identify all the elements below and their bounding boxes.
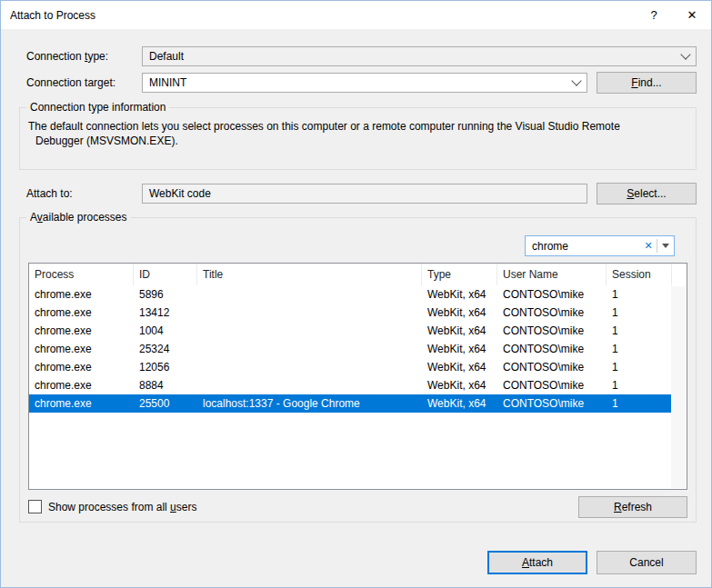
show-all-users-row: Show processes from all users	[28, 500, 196, 513]
cell-type: WebKit, x64	[422, 394, 497, 413]
available-processes-group-title: Available processes	[26, 211, 131, 224]
cell-type: WebKit, x64	[422, 340, 497, 358]
cell-process: chrome.exe	[29, 285, 134, 304]
cancel-button[interactable]: Cancel	[597, 551, 697, 574]
cell-title	[197, 358, 422, 376]
cell-title: localhost:1337 - Google Chrome	[197, 394, 422, 413]
clear-filter-icon[interactable]: ✕	[640, 240, 657, 252]
process-row-selected[interactable]: chrome.exe 25500 localhost:1337 - Google…	[29, 394, 672, 413]
attach-to-value: WebKit code	[149, 187, 211, 200]
cell-type: WebKit, x64	[422, 358, 497, 376]
cell-process: chrome.exe	[29, 394, 134, 413]
attach-to-label: Attach to:	[26, 184, 73, 204]
cell-process: chrome.exe	[29, 340, 134, 358]
cell-user-name: CONTOSO\mike	[497, 340, 607, 358]
connection-target-combobox[interactable]: MININT	[142, 73, 587, 93]
attach-to-field[interactable]: WebKit code	[142, 184, 587, 204]
cell-session: 1	[607, 285, 672, 304]
process-filter-input[interactable]	[526, 240, 640, 253]
connection-target-label: Connection target:	[26, 73, 115, 93]
cell-id: 25500	[134, 394, 197, 413]
cell-id: 12056	[134, 358, 197, 376]
process-list: Process ID Title Type User Name Session …	[28, 263, 687, 490]
process-row[interactable]: chrome.exe 5896 WebKit, x64 CONTOSO\mike…	[29, 285, 672, 304]
column-header-user-name[interactable]: User Name	[497, 264, 607, 285]
cell-session: 1	[607, 394, 672, 413]
process-filter: ✕	[525, 235, 675, 256]
cell-session: 1	[607, 304, 672, 322]
column-header-title[interactable]: Title	[197, 264, 422, 285]
chevron-down-icon	[680, 49, 690, 59]
cell-user-name: CONTOSO\mike	[497, 304, 607, 322]
cell-session: 1	[607, 340, 672, 358]
chevron-down-icon	[571, 75, 581, 85]
cell-user-name: CONTOSO\mike	[497, 358, 607, 376]
cell-title	[197, 304, 422, 322]
column-header-type[interactable]: Type	[422, 264, 497, 285]
show-all-users-label[interactable]: Show processes from all users	[48, 501, 196, 513]
process-row[interactable]: chrome.exe 1004 WebKit, x64 CONTOSO\mike…	[29, 322, 672, 340]
process-rows: chrome.exe 5896 WebKit, x64 CONTOSO\mike…	[29, 285, 687, 413]
cell-id: 5896	[134, 285, 197, 304]
cell-user-name: CONTOSO\mike	[497, 394, 607, 413]
find-button[interactable]: Find...	[597, 72, 697, 94]
cell-process: chrome.exe	[29, 376, 134, 394]
cell-type: WebKit, x64	[422, 322, 497, 340]
connection-info-group-title: Connection type information	[26, 101, 169, 115]
connection-target-value: MININT	[149, 76, 186, 89]
process-list-header: Process ID Title Type User Name Session	[29, 264, 687, 285]
select-button[interactable]: Select...	[597, 183, 697, 204]
triangle-down-icon	[662, 244, 669, 248]
cell-title	[197, 340, 422, 358]
cell-title	[197, 285, 422, 304]
cell-type: WebKit, x64	[422, 376, 497, 394]
filter-dropdown-icon[interactable]	[657, 236, 674, 255]
cell-session: 1	[607, 376, 672, 394]
process-row[interactable]: chrome.exe 13412 WebKit, x64 CONTOSO\mik…	[29, 304, 672, 322]
cell-type: WebKit, x64	[422, 304, 497, 322]
process-row[interactable]: chrome.exe 8884 WebKit, x64 CONTOSO\mike…	[29, 376, 672, 394]
titlebar-buttons: ? ✕	[635, 1, 711, 29]
column-header-process[interactable]: Process	[29, 264, 134, 285]
help-icon[interactable]: ?	[635, 1, 673, 29]
vertical-scrollbar[interactable]	[671, 286, 686, 488]
titlebar: Attach to Process ? ✕	[1, 1, 711, 29]
cell-user-name: CONTOSO\mike	[497, 285, 607, 304]
column-header-id[interactable]: ID	[134, 264, 197, 285]
cell-id: 13412	[134, 304, 197, 322]
cell-title	[197, 376, 422, 394]
attach-to-process-dialog: Attach to Process ? ✕ Connection type: D…	[0, 0, 712, 588]
connection-type-label: Connection type:	[26, 46, 108, 66]
connection-type-value: Default	[149, 50, 184, 63]
cell-process: chrome.exe	[29, 358, 134, 376]
process-row[interactable]: chrome.exe 12056 WebKit, x64 CONTOSO\mik…	[29, 358, 672, 376]
connection-info-line-1: The default connection lets you select p…	[28, 119, 685, 134]
cell-process: chrome.exe	[29, 322, 134, 340]
attach-button[interactable]: Attach	[487, 551, 587, 574]
cell-id: 1004	[134, 322, 197, 340]
cell-user-name: CONTOSO\mike	[497, 322, 607, 340]
cell-type: WebKit, x64	[422, 285, 497, 304]
cell-id: 8884	[134, 376, 197, 394]
connection-info-text: The default connection lets you select p…	[28, 119, 685, 148]
close-icon[interactable]: ✕	[673, 1, 711, 29]
cell-session: 1	[607, 322, 672, 340]
connection-info-line-2: Debugger (MSVSMON.EXE).	[28, 134, 685, 148]
cell-id: 25324	[134, 340, 197, 358]
cell-title	[197, 322, 422, 340]
cell-user-name: CONTOSO\mike	[497, 376, 607, 394]
process-row[interactable]: chrome.exe 25324 WebKit, x64 CONTOSO\mik…	[29, 340, 672, 358]
cell-session: 1	[607, 358, 672, 376]
show-all-users-checkbox[interactable]	[28, 500, 42, 513]
column-header-session[interactable]: Session	[607, 264, 672, 285]
refresh-button[interactable]: Refresh	[578, 496, 687, 518]
cell-process: chrome.exe	[29, 304, 134, 322]
window-title: Attach to Process	[1, 9, 95, 22]
connection-type-dropdown[interactable]: Default	[142, 46, 697, 66]
